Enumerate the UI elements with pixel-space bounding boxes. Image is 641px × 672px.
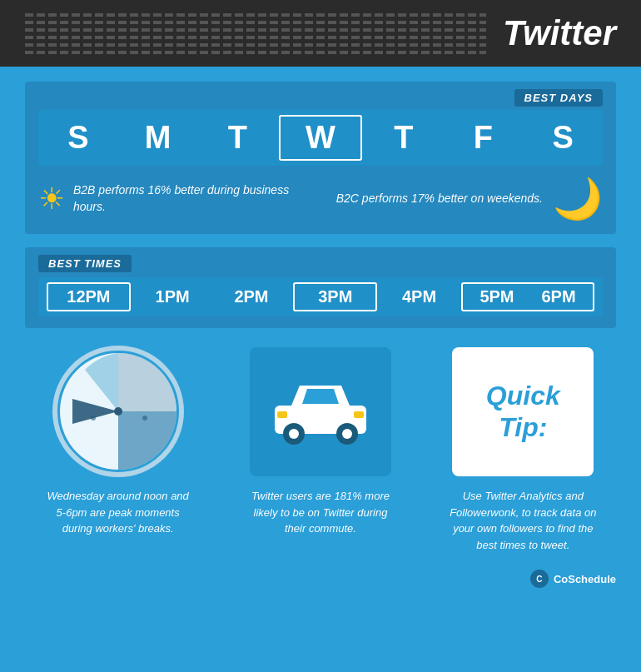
- header-line-6: [25, 51, 486, 54]
- card-tip-caption: Use Twitter Analytics and Followerwonk, …: [448, 488, 598, 553]
- car-svg: [271, 370, 370, 453]
- time-12pm: 12PM: [47, 282, 131, 311]
- b2b-performance: ☀ B2B performs 16% better during busines…: [38, 182, 320, 217]
- sun-icon: ☀: [38, 182, 65, 217]
- card-clock: Wednesday around noon and 5-6pm are peak…: [25, 345, 211, 537]
- times-row: 12PM 1PM 2PM 3PM 4PM 5PM 6PM: [38, 277, 603, 316]
- time-2pm: 2PM: [215, 284, 289, 310]
- header-line-3: [25, 28, 486, 32]
- card-tip: Quick Tip: Use Twitter Analytics and Fol…: [430, 345, 616, 553]
- footer: C CoSchedule: [0, 566, 641, 595]
- best-times-section: BEST TIMES 12PM 1PM 2PM 3PM 4PM 5PM 6PM: [25, 247, 616, 328]
- b2c-performance: B2C performs 17% better on weekends. 🌙: [320, 176, 603, 222]
- b2c-text: B2C performs 17% better on weekends.: [336, 191, 543, 207]
- time-3pm: 3PM: [293, 282, 377, 311]
- day-saturday: S: [523, 117, 603, 159]
- card-clock-caption: Wednesday around noon and 5-6pm are peak…: [43, 488, 193, 537]
- header: Twitter: [0, 0, 641, 67]
- b2b-text: B2B performs 16% better during business …: [73, 182, 320, 215]
- brand-name: CoSchedule: [554, 573, 616, 585]
- performance-row: ☀ B2B performs 16% better during busines…: [38, 176, 603, 222]
- tip-container: Quick Tip:: [452, 347, 594, 476]
- svg-rect-12: [277, 411, 287, 418]
- days-row: S M T W T F S: [38, 110, 603, 166]
- header-decoration: [25, 13, 486, 54]
- coschedule-logo: C CoSchedule: [530, 570, 616, 588]
- tip-visual: Quick Tip:: [448, 345, 598, 478]
- car-visual: [246, 345, 395, 478]
- best-days-label-wrapper: BEST DAYS: [38, 90, 603, 105]
- card-car-caption: Twitter users are 181% more likely to be…: [246, 488, 395, 537]
- best-times-label: BEST TIMES: [38, 255, 132, 272]
- day-tuesday: T: [197, 117, 277, 159]
- car-container: [250, 347, 391, 476]
- svg-point-3: [114, 407, 122, 416]
- time-1pm: 1PM: [136, 284, 210, 310]
- day-wednesday-highlighted: W: [279, 115, 362, 161]
- day-friday: F: [444, 117, 524, 159]
- day-monday: M: [118, 117, 198, 159]
- header-line-4: [25, 36, 486, 39]
- best-times-label-wrapper: BEST TIMES: [38, 256, 603, 271]
- svg-point-10: [342, 429, 352, 439]
- best-days-section: BEST DAYS S M T W T F S ☀ B2B performs 1…: [25, 82, 616, 234]
- svg-point-5: [142, 416, 147, 421]
- day-thursday: T: [364, 117, 444, 159]
- time-4pm: 4PM: [382, 284, 456, 310]
- page-title: Twitter: [503, 13, 616, 53]
- moon-icon: 🌙: [553, 176, 603, 222]
- best-days-label: BEST DAYS: [514, 89, 603, 107]
- time-6pm: 6PM: [529, 287, 588, 306]
- time-5pm: 5PM: [468, 287, 526, 306]
- header-line-1: [25, 13, 486, 17]
- clock-container: [52, 345, 185, 478]
- svg-point-8: [289, 429, 299, 439]
- time-group-5pm-6pm: 5PM 6PM: [461, 282, 594, 311]
- logo-circle-icon: C: [530, 570, 549, 588]
- card-car: Twitter users are 181% more likely to be…: [227, 345, 413, 537]
- clock-visual: [43, 345, 193, 478]
- svg-point-4: [91, 416, 96, 421]
- svg-rect-11: [354, 411, 364, 418]
- quick-tip-label: Quick Tip:: [452, 371, 594, 452]
- header-line-2: [25, 21, 486, 24]
- day-sunday: S: [38, 117, 118, 159]
- header-line-5: [25, 43, 486, 47]
- clock-svg: [52, 345, 185, 478]
- cards-row: Wednesday around noon and 5-6pm are peak…: [25, 345, 616, 553]
- main-content: BEST DAYS S M T W T F S ☀ B2B performs 1…: [0, 67, 641, 566]
